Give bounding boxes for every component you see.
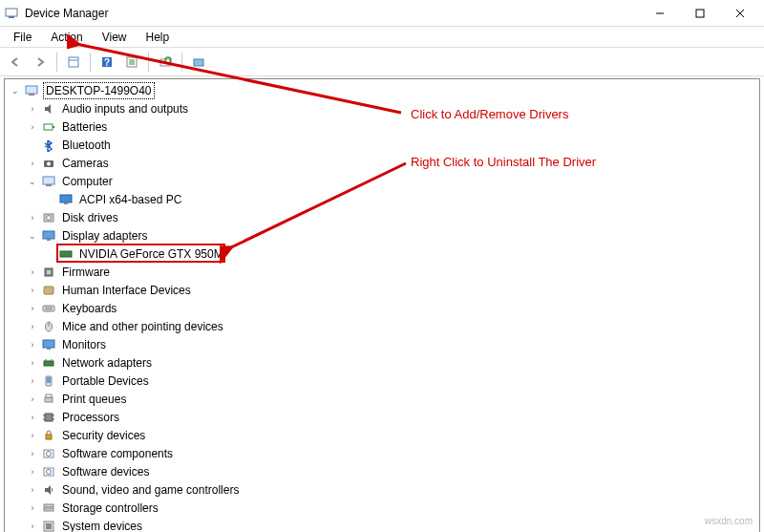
devices-button[interactable] bbox=[187, 51, 210, 74]
device-icon bbox=[41, 482, 56, 498]
tree-item[interactable]: ⌄Computer bbox=[5, 172, 759, 190]
chevron-right-icon[interactable]: › bbox=[26, 120, 39, 134]
forward-button[interactable] bbox=[29, 51, 52, 74]
svg-rect-49 bbox=[46, 394, 52, 397]
back-button[interactable] bbox=[4, 51, 27, 74]
device-icon bbox=[41, 500, 56, 516]
device-icon bbox=[41, 156, 56, 171]
tree-item[interactable]: ›Audio inputs and outputs bbox=[5, 99, 759, 117]
properties-button[interactable] bbox=[120, 51, 143, 74]
watermark: wsxdn.com bbox=[705, 516, 753, 526]
chevron-right-icon[interactable]: › bbox=[26, 266, 39, 279]
chevron-right-icon[interactable]: › bbox=[26, 501, 39, 515]
minimize-button[interactable] bbox=[640, 2, 680, 25]
tree-item[interactable]: ›Monitors bbox=[5, 335, 759, 353]
tree-item-label: System devices bbox=[60, 519, 144, 533]
chevron-right-icon[interactable]: › bbox=[26, 211, 39, 224]
tree-item[interactable]: ›Print queues bbox=[5, 390, 759, 408]
chevron-right-icon[interactable]: › bbox=[26, 429, 39, 442]
chevron-right-icon[interactable]: › bbox=[26, 338, 39, 351]
tree-item-label: Audio inputs and outputs bbox=[60, 101, 190, 117]
tree-item-label: Cameras bbox=[60, 156, 111, 171]
window-controls bbox=[640, 2, 760, 25]
device-tree[interactable]: ⌄ DESKTOP-1499O40 ›Audio inputs and outp… bbox=[4, 78, 760, 532]
tree-item[interactable]: ›Human Interface Devices bbox=[5, 281, 759, 299]
help-button[interactable]: ? bbox=[96, 51, 118, 74]
menu-file[interactable]: File bbox=[4, 29, 41, 46]
chevron-down-icon[interactable]: ⌄ bbox=[9, 84, 22, 97]
tree-item[interactable]: ›Cameras bbox=[5, 154, 759, 172]
tree-item[interactable]: ›Security devices bbox=[5, 426, 759, 444]
device-icon bbox=[41, 138, 56, 153]
chevron-right-icon[interactable]: › bbox=[26, 102, 39, 116]
close-button[interactable] bbox=[720, 2, 760, 25]
svg-rect-47 bbox=[47, 377, 51, 383]
chevron-down-icon[interactable]: ⌄ bbox=[26, 175, 39, 188]
tree-item[interactable]: ›Mice and other pointing devices bbox=[5, 317, 759, 335]
tree-item[interactable]: ›Network adapters bbox=[5, 353, 759, 372]
chevron-right-icon[interactable]: › bbox=[26, 284, 39, 297]
svg-rect-36 bbox=[43, 306, 54, 311]
toolbar-separator bbox=[90, 53, 91, 72]
svg-rect-50 bbox=[45, 414, 53, 421]
device-icon bbox=[41, 355, 56, 371]
chevron-down-icon[interactable]: ⌄ bbox=[26, 229, 39, 243]
menu-action[interactable]: Action bbox=[41, 29, 92, 46]
chevron-right-icon[interactable]: › bbox=[26, 447, 39, 460]
tree-item[interactable]: ›Batteries bbox=[5, 117, 759, 136]
chevron-right-icon[interactable]: › bbox=[26, 520, 39, 533]
svg-rect-35 bbox=[44, 287, 53, 294]
tree-item[interactable]: ACPI x64-based PC bbox=[5, 190, 759, 208]
svg-rect-61 bbox=[44, 508, 53, 511]
tree-item-label: Processors bbox=[60, 410, 121, 425]
tree-item[interactable]: ›Software components bbox=[5, 444, 759, 462]
device-icon bbox=[41, 119, 56, 135]
device-icon bbox=[41, 301, 56, 316]
device-icon bbox=[41, 373, 56, 389]
scan-button[interactable] bbox=[154, 51, 177, 74]
menu-view[interactable]: View bbox=[93, 29, 137, 46]
chevron-right-icon[interactable]: › bbox=[26, 393, 39, 406]
toolbar-separator bbox=[148, 53, 149, 72]
tree-item-label: Network adapters bbox=[60, 355, 154, 371]
svg-rect-23 bbox=[43, 177, 54, 184]
svg-rect-43 bbox=[44, 361, 53, 366]
show-hide-tree-button[interactable] bbox=[62, 51, 85, 74]
chevron-right-icon[interactable]: › bbox=[26, 411, 39, 424]
tree-item[interactable]: ›Software devices bbox=[5, 462, 759, 480]
tree-item[interactable]: ›Keyboards bbox=[5, 299, 759, 317]
toolbar: ? bbox=[0, 48, 764, 76]
tree-root[interactable]: ⌄ DESKTOP-1499O40 bbox=[5, 81, 759, 99]
svg-rect-63 bbox=[46, 523, 52, 529]
tree-item[interactable]: Bluetooth bbox=[5, 136, 759, 154]
tree-item[interactable]: NVIDIA GeForce GTX 950M bbox=[5, 245, 759, 263]
tree-item[interactable]: ›Firmware bbox=[5, 263, 759, 281]
svg-rect-19 bbox=[44, 124, 53, 130]
tree-item[interactable]: ›Storage controllers bbox=[5, 499, 759, 517]
tree-item[interactable]: ›Processors bbox=[5, 408, 759, 426]
chevron-right-icon[interactable]: › bbox=[26, 302, 39, 315]
device-icon bbox=[41, 174, 56, 189]
chevron-right-icon[interactable]: › bbox=[26, 356, 39, 370]
maximize-button[interactable] bbox=[680, 2, 720, 25]
chevron-right-icon[interactable]: › bbox=[26, 320, 39, 333]
svg-rect-48 bbox=[45, 397, 53, 402]
tree-item[interactable]: ›Portable Devices bbox=[5, 372, 759, 390]
menu-help[interactable]: Help bbox=[137, 29, 180, 46]
tree-item-label: Human Interface Devices bbox=[60, 283, 193, 298]
tree-item[interactable]: ›System devices bbox=[5, 517, 759, 532]
toolbar-separator bbox=[56, 53, 57, 72]
chevron-right-icon[interactable]: › bbox=[26, 465, 39, 479]
tree-item[interactable]: ⌄Display adapters bbox=[5, 226, 759, 245]
chevron-right-icon[interactable]: › bbox=[26, 374, 39, 388]
svg-point-22 bbox=[47, 161, 51, 165]
svg-rect-3 bbox=[696, 10, 704, 17]
tree-item[interactable]: ›Disk drives bbox=[5, 208, 759, 226]
tree-item[interactable]: ›Sound, video and game controllers bbox=[5, 480, 759, 499]
chevron-right-icon[interactable]: › bbox=[26, 483, 39, 497]
tree-item-label: Disk drives bbox=[60, 210, 120, 225]
chevron-right-icon[interactable]: › bbox=[26, 157, 39, 170]
svg-rect-20 bbox=[53, 126, 54, 128]
window-title: Device Manager bbox=[25, 7, 640, 20]
tree-item-label: ACPI x64-based PC bbox=[77, 192, 183, 207]
